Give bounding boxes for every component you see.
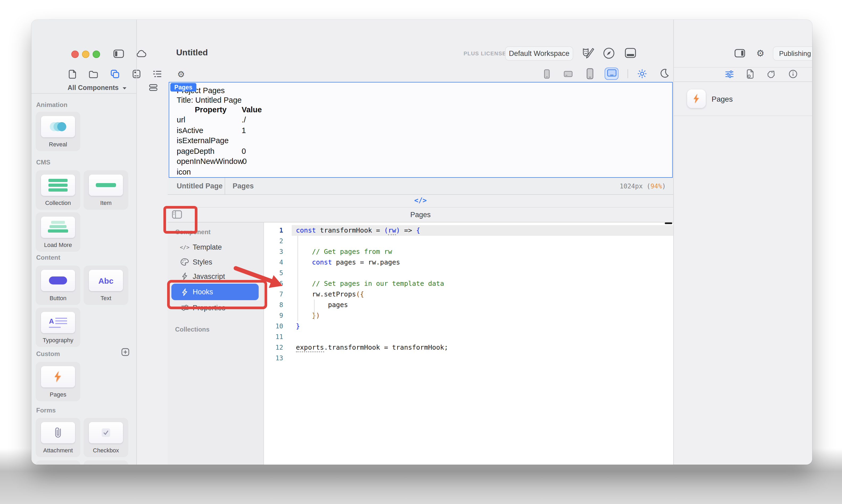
prop-name: pageDepth [177,147,215,155]
javascript-lightning-icon [179,272,190,280]
code-line-1[interactable]: 1const transformHook = (rw) => { [264,225,673,236]
component-card-label: Button [36,295,80,301]
preview-compass-icon[interactable] [603,47,615,59]
line-number: 5 [264,268,283,278]
menu-item-styles[interactable]: Styles [171,255,261,269]
code-line-9[interactable]: 9 }) [264,310,673,321]
breadcrumb-component[interactable]: Pages [233,182,254,190]
workspace-button[interactable]: Default Workspace [505,46,573,61]
code-line-10[interactable]: 10} [264,321,673,331]
chevron-down-icon [123,87,127,90]
section-forms: Forms [36,407,56,414]
code-line-6[interactable]: 6 // Set pages in our template data [264,278,673,289]
device-phone-small-icon[interactable] [544,69,550,79]
component-card-attachment[interactable]: Attachment [36,418,80,457]
svg-text:A: A [49,317,54,325]
license-badge: PLUS LICENSE [464,51,506,56]
tab-info-icon[interactable] [789,70,797,78]
new-file-icon[interactable] [69,70,76,79]
component-card-item[interactable]: Item [84,170,128,210]
prop-value: 1 [241,126,246,134]
code-line-7[interactable]: 7 rw.setProps({ [264,289,673,300]
indent-guide [298,236,298,321]
light-mode-sun-icon[interactable] [638,69,647,78]
component-filter-dropdown[interactable]: All Components [68,84,127,92]
tab-page-settings-icon[interactable] [746,69,754,79]
prop-name: url [177,115,185,124]
code-line-12[interactable]: 12exports.transformHook = transformHook; [264,342,673,353]
component-card-collection[interactable]: Collection [36,170,80,210]
breadcrumb-divider [225,178,225,195]
components-library-icon[interactable] [111,70,119,78]
window-minimize-button[interactable] [82,51,89,58]
code-line-2[interactable]: 2 [264,236,673,247]
component-card-typography[interactable]: A Typography [36,308,80,347]
tab-tags-icon[interactable] [768,70,775,78]
toggle-sidebar-icon[interactable] [113,50,124,58]
component-card-text[interactable]: Abc Text [84,266,128,305]
device-desktop-selected[interactable] [605,68,619,80]
component-card-button[interactable]: Button [36,266,80,305]
folder-icon[interactable] [89,71,98,78]
button-icon [41,270,75,291]
page-settings-gear-icon[interactable]: ⚙ [177,69,185,79]
component-card-reveal[interactable]: Reveal [36,112,80,151]
annotation-box-hooks [167,280,267,309]
theme-masks-icon[interactable] [582,47,594,59]
tab-properties-sliders-icon[interactable] [725,70,734,78]
attachment-paperclip-icon [41,422,75,443]
checkbox-icon [89,422,123,443]
component-card-partial-1[interactable] [36,461,80,465]
code-line-8[interactable]: 8 pages [264,300,673,310]
code-line-4[interactable]: 4 const pages = rw.pages [264,257,673,268]
scrollbar-thumb[interactable] [665,222,672,224]
line-number: 10 [264,321,283,331]
selected-component-name: Pages [712,95,733,103]
component-card-label: Attachment [36,447,80,453]
reveal-icon [41,116,75,137]
window-close-button[interactable] [71,51,79,58]
code-line-3[interactable]: 3 // Get pages from rw [264,247,673,257]
component-card-label: Checkbox [84,447,128,453]
load-more-icon [41,217,75,238]
section-cms: CMS [36,159,50,166]
menu-item-template[interactable]: </> Template [171,240,261,254]
selected-component-tile [687,89,706,108]
publishing-setup-button[interactable]: Publishing Setup [773,46,812,61]
line-number: 2 [264,236,283,247]
component-card-partial-2[interactable] [84,461,128,465]
dark-mode-moon-icon[interactable] [660,69,669,78]
canvas-title-line: Title: Untitled Page [177,95,241,104]
code-line-5[interactable]: 5 [264,268,673,278]
toggle-right-sidebar-icon[interactable] [734,49,745,57]
component-card-label: Load More [36,241,80,248]
code-line-13[interactable]: 13 [264,353,673,363]
component-card-label: Text [84,295,128,301]
prop-name: icon [177,167,191,176]
add-custom-component-icon[interactable] [121,348,129,356]
code-line-11[interactable]: 11 [264,331,673,342]
code-editor[interactable]: 1const transformHook = (rw) => {23 // Ge… [264,222,673,465]
device-tablet-landscape-icon[interactable] [563,71,573,77]
styles-palette-icon [179,258,190,266]
component-card-label: Reveal [36,141,80,147]
bottom-panel-toggle-icon[interactable] [625,48,636,58]
code-header-title: Pages [168,211,673,219]
line-number: 1 [264,225,283,236]
device-phone-large-icon[interactable] [587,68,593,79]
component-card-label: Typography [36,337,80,343]
breadcrumb-page[interactable]: Untitled Page [177,182,223,190]
prop-name: isExternalPage [177,136,229,145]
component-card-load-more[interactable]: Load More [36,212,80,252]
code-toggle-button[interactable]: </> [168,196,673,204]
prop-name: isActive [177,126,203,134]
component-card-label: Pages [36,391,80,398]
settings-gear-icon[interactable]: ⚙ [756,48,765,59]
component-filter-label: All Components [68,84,119,92]
toolbar-divider [627,69,628,78]
component-card-checkbox[interactable]: Checkbox [84,418,128,457]
component-card-label: Collection [36,200,80,206]
component-card-pages[interactable]: Pages [36,362,80,401]
selection-tag: Pages [170,83,196,91]
window-zoom-button[interactable] [93,51,100,58]
